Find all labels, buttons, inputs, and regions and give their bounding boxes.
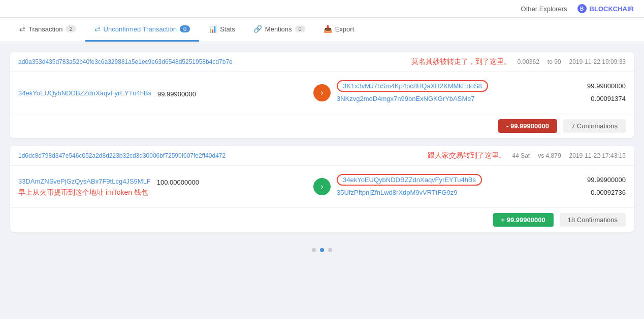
tab-unconfirmed-label: Unconfirmed Transaction	[104, 25, 177, 33]
tx1-meta1: 0.00362	[517, 58, 539, 65]
tab-transaction-badge: 2	[66, 25, 76, 32]
tx2-output-row-2: 35UfzPftpnjZfnLwd8rXdpM9vVRTtFG9z9 0.000…	[337, 189, 626, 196]
tx1-output-addr-1[interactable]: 3K1x3vMJ7bSm4Kp4pc8HQaXH2KMMkEdoS8	[337, 80, 488, 92]
top-bar-links: Other Explorers B BLOCKCHAIR	[521, 4, 634, 13]
tx2-confirmations: 18 Confirmations	[560, 213, 626, 227]
tab-unconfirmed-badge: 0	[180, 25, 190, 32]
tx2-input-row: 33DAmZNSvePjGzQysABx7F9tLcg4JS9MLF 100.0…	[18, 176, 307, 186]
tx2-output-addr-2[interactable]: 35UfzPftpnjZfnLwd8rXdpM9vVRTtFG9z9	[337, 189, 457, 196]
tx2-arrow-button[interactable]: ›	[313, 178, 331, 195]
tx2-annotation: 跟人家交易转到了这里。	[428, 151, 506, 160]
tx2-body: 33DAmZNSvePjGzQysABx7F9tLcg4JS9MLF 100.0…	[10, 166, 634, 207]
tx1-header: ad0a353d435d783a52b40fe3c6a329881a5e1ec9…	[10, 52, 634, 72]
tx1-confirmations: 7 Confirmations	[563, 119, 626, 133]
tab-transaction[interactable]: ⇄ Transaction 2	[10, 18, 85, 42]
tx1-output-val-2: 0.00091374	[591, 95, 626, 102]
tx1-timestamp: 2019-11-22 19:09:33	[569, 58, 626, 65]
main-content: ad0a353d435d783a52b40fe3c6a329881a5e1ec9…	[0, 42, 644, 270]
transaction-card-1: ad0a353d435d783a52b40fe3c6a329881a5e1ec9…	[10, 52, 634, 138]
tx1-output-row-1: 3K1x3vMJ7bSm4Kp4pc8HQaXH2KMMkEdoS8 99.99…	[337, 80, 626, 92]
tx2-hash[interactable]: 1d6dc8d798d347e546c052a2d8d223b32cd3d300…	[18, 152, 422, 159]
unconfirmed-icon: ⇄	[94, 25, 101, 33]
tx1-input-row: 34ekYoEUQybNDDBZZdnXaqvFyrEYTu4hBs 99.99…	[18, 88, 307, 98]
tx2-inputs: 33DAmZNSvePjGzQysABx7F9tLcg4JS9MLF 100.0…	[18, 176, 307, 197]
tx2-input-value: 100.00000000	[157, 179, 199, 186]
tx2-timestamp: 2019-11-22 17:43:15	[569, 152, 626, 159]
tx1-hash[interactable]: ad0a353d435d783a52b40fe3c6a329881a5e1ec9…	[18, 58, 405, 65]
tx2-header: 1d6dc8d798d347e546c052a2d8d223b32cd3d300…	[10, 146, 634, 166]
tx2-meta: 44 Sat vs 4,879 2019-11-22 17:43:15	[512, 152, 626, 159]
tx2-output-val-1: 99.99900000	[587, 176, 626, 184]
tab-transaction-label: Transaction	[28, 25, 62, 33]
tx1-input-value: 99.99900000	[157, 90, 196, 98]
transaction-card-2: 1d6dc8d798d347e546c052a2d8d223b32cd3d300…	[10, 146, 634, 232]
export-icon: 📥	[324, 25, 332, 33]
tx1-output-val-1: 99.99800000	[587, 82, 626, 90]
stats-icon: 📊	[208, 25, 217, 33]
tx1-output-addr-2[interactable]: 3NKzvg2moD4mgx7n99bnExNGKGrYbASMe7	[337, 95, 475, 102]
blockchair-label: BLOCKCHAIR	[590, 5, 634, 13]
pagination-area	[10, 240, 634, 260]
tx2-footer: + 99.99900000 18 Confirmations	[10, 207, 634, 232]
tx1-input-address[interactable]: 34ekYoEUQybNDDBZZdnXaqvFyrEYTu4hBs	[18, 89, 151, 97]
tx2-output-val-2: 0.00092736	[591, 189, 626, 196]
tx1-meta: 0.00362 to 90 2019-11-22 19:09:33	[517, 58, 626, 65]
page-dot-2[interactable]	[320, 248, 324, 252]
tx2-meta1: 44 Sat	[512, 152, 530, 159]
tx1-output-row-2: 3NKzvg2moD4mgx7n99bnExNGKGrYbASMe7 0.000…	[337, 95, 626, 102]
tx2-output-addr-1[interactable]: 34ekYoEUQybNDDBZZdnXaqvFyrEYTu4hBs	[337, 174, 482, 186]
tab-mentions[interactable]: 🔗 Mentions 0	[244, 18, 314, 42]
tx1-outputs: 3K1x3vMJ7bSm4Kp4pc8HQaXH2KMMkEdoS8 99.99…	[337, 80, 626, 105]
tx2-outputs: 34ekYoEUQybNDDBZZdnXaqvFyrEYTu4hBs 99.99…	[337, 174, 626, 199]
tx2-meta2: vs 4,879	[538, 152, 561, 159]
blockchair-icon: B	[577, 4, 587, 13]
transaction-icon: ⇄	[19, 25, 25, 33]
tx1-annotation: 莫名其妙被转走了，到了这里。	[411, 57, 511, 66]
tab-export[interactable]: 📥 Export	[314, 18, 364, 42]
tx1-footer: - 99.99900000 7 Confirmations	[10, 114, 634, 138]
other-explorers-link[interactable]: Other Explorers	[521, 5, 567, 13]
mentions-icon: 🔗	[253, 25, 262, 33]
tab-mentions-label: Mentions	[265, 25, 292, 33]
tab-unconfirmed[interactable]: ⇄ Unconfirmed Transaction 0	[85, 18, 200, 42]
tab-stats-label: Stats	[220, 25, 235, 33]
tx2-input-note: 早上从火币提币到这个地址 imToken 钱包	[18, 186, 307, 197]
tab-export-label: Export	[335, 25, 355, 33]
tx2-output-row-1: 34ekYoEUQybNDDBZZdnXaqvFyrEYTu4hBs 99.99…	[337, 174, 626, 186]
tx1-inputs: 34ekYoEUQybNDDBZZdnXaqvFyrEYTu4hBs 99.99…	[18, 88, 307, 98]
page-dot-1[interactable]	[312, 248, 316, 252]
blockchair-brand: B BLOCKCHAIR	[577, 4, 634, 13]
tx2-input-address[interactable]: 33DAmZNSvePjGzQysABx7F9tLcg4JS9MLF	[18, 178, 151, 185]
tx2-amount-badge: + 99.99900000	[493, 213, 554, 227]
tx1-arrow-button[interactable]: ›	[313, 84, 331, 101]
tx1-meta2: to 90	[548, 58, 561, 65]
page-dot-3[interactable]	[328, 248, 332, 252]
tab-mentions-badge: 0	[295, 25, 305, 32]
tx1-amount-badge: - 99.99900000	[498, 119, 557, 133]
tx1-body: 34ekYoEUQybNDDBZZdnXaqvFyrEYTu4hBs 99.99…	[10, 72, 634, 114]
tab-stats[interactable]: 📊 Stats	[199, 18, 244, 42]
top-bar: Other Explorers B BLOCKCHAIR	[0, 0, 644, 18]
tabs-bar: ⇄ Transaction 2 ⇄ Unconfirmed Transactio…	[0, 18, 644, 42]
